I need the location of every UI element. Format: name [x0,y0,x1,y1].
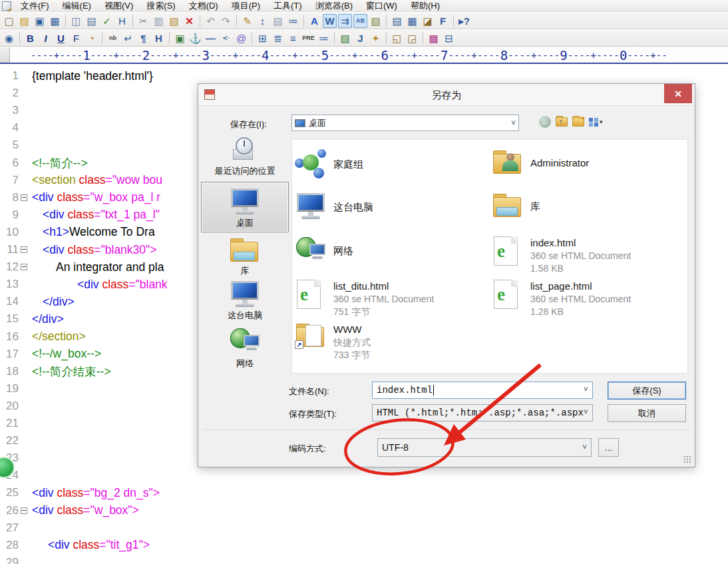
code-line[interactable]: 24 [0,467,728,483]
code-line[interactable]: 26<div class="w_box"> [0,503,728,519]
save-in-combobox[interactable]: 桌面 ˅ [291,115,519,131]
delete-icon[interactable]: ✕ [182,14,196,28]
file-item[interactable]: eindex.html360 se HTML Document1.58 KB [492,236,685,275]
indent-guides-icon[interactable]: ⇉ [338,14,352,28]
code-line[interactable]: 27 [0,520,728,536]
duplicate-icon[interactable]: ▤ [271,14,285,28]
copy-icon[interactable]: ▥ [152,14,166,28]
menu-item[interactable]: 编辑(E) [56,0,98,12]
applet-icon[interactable]: ✦ [369,31,383,45]
list-indent-icon[interactable]: ≔ [286,14,300,28]
panel-list-icon[interactable]: ▤ [390,14,404,28]
font-icon[interactable]: F [69,31,83,45]
chevron-down-icon[interactable]: ˅ [584,408,588,418]
context-help-icon[interactable]: ▸? [457,14,471,28]
heading-icon[interactable]: H [152,31,166,45]
menu-item[interactable]: 窗口(W) [359,0,404,12]
menu-item[interactable]: 帮助(H) [404,0,447,12]
save-button[interactable]: 保存(S) [608,382,686,400]
line-break-icon[interactable]: ↵ [121,31,135,45]
cancel-button[interactable]: 取消 [608,404,686,422]
menu-item[interactable]: 视图(V) [98,0,140,12]
chevron-down-icon[interactable]: ˅ [511,119,516,128]
paste-icon[interactable]: ▧ [167,14,181,28]
save-icon[interactable]: ▣ [33,14,47,28]
fold-marker-icon[interactable] [21,264,27,270]
up-one-level-icon[interactable]: ↑ [556,117,568,127]
fold-marker-icon[interactable] [21,507,27,514]
menu-item[interactable]: 文件(F) [14,0,56,12]
pre-icon[interactable]: PRE [301,31,315,45]
menu-item[interactable]: 文档(D) [182,0,225,12]
file-item[interactable]: 这台电脑 [295,192,488,220]
table-icon[interactable]: ⊞ [256,31,270,45]
tag-icon[interactable]: ≺· [219,31,233,45]
more-options-button[interactable]: ... [598,438,619,457]
date-time-icon[interactable]: ◔ [85,31,98,45]
fold-marker-icon[interactable] [21,194,27,201]
hr-icon[interactable]: — [204,31,218,45]
menu-item[interactable]: 工具(T) [267,0,309,12]
cut-icon[interactable]: ✂ [136,14,150,28]
align-center-icon[interactable]: ≣ [271,31,285,45]
dialog-titlebar[interactable]: 另存为 ✕ [198,84,695,106]
place-item-desktop[interactable]: 桌面 [201,182,289,232]
code-line[interactable]: 29 [0,555,728,564]
html-doc-icon[interactable]: H [115,14,129,28]
colors-icon[interactable]: ▩ [427,31,441,45]
new-folder-icon[interactable]: ✶ [572,117,584,127]
file-item[interactable]: elist_ditu.html360 se HTML Document751 字… [295,279,488,318]
close-icon[interactable]: ✕ [664,84,692,103]
project-pane-icon[interactable]: ◪ [421,14,435,28]
italic-icon[interactable]: I [39,31,53,45]
place-item-recent[interactable]: 最近访问的位置 [201,137,289,176]
filename-input[interactable]: index.html ˅ [372,382,593,399]
word-wrap-icon[interactable]: W [323,14,337,28]
chevron-down-icon[interactable]: ˅ [582,443,587,452]
sort-icon[interactable]: ↕ [256,14,270,28]
fold-marker-icon[interactable] [21,246,27,253]
menu-item[interactable]: 搜索(S) [140,0,182,12]
menu-item[interactable]: 项目(P) [225,0,267,12]
save-all-icon[interactable]: ▦ [48,14,62,28]
file-item[interactable]: Administrator [492,149,685,176]
font-color-icon[interactable]: A [307,14,321,28]
encoding-select[interactable]: UTF-8 ˅ [377,438,592,457]
table-props-icon[interactable]: ⊟ [442,31,456,45]
place-item-network[interactable]: 网络 [201,327,289,368]
frames-icon[interactable]: F [436,14,450,28]
code-line[interactable]: 28<div class="tit_g1"> [0,537,728,553]
resize-grip[interactable] [683,455,691,463]
highlight-icon[interactable]: ✎ [240,14,254,28]
bold-icon[interactable]: B [23,31,37,45]
paragraph-icon[interactable]: ¶ [136,31,150,45]
file-item[interactable]: 网络 [295,236,488,265]
line-numbers-icon[interactable]: AB [353,14,367,28]
align-right-icon[interactable]: ≡ [286,31,300,45]
nbsp-icon[interactable]: nb [106,31,120,45]
panel-tabs-icon[interactable]: ▦ [405,14,419,28]
format-settings-icon[interactable]: ▧ [369,14,383,28]
chevron-down-icon[interactable]: ˅ [584,386,588,395]
new-file-icon[interactable]: ▢ [2,14,16,28]
menu-item[interactable]: 浏览器(B) [309,0,359,12]
frame-split-icon[interactable]: ◲ [405,31,419,45]
undo-icon[interactable]: ↶ [204,14,218,28]
image-icon[interactable]: ▣ [173,31,187,45]
file-list[interactable]: 家庭组这台电脑网络elist_ditu.html360 se HTML Docu… [291,139,688,374]
code-line[interactable]: 25<div class="bg_2 dn_s"> [0,485,728,501]
print-icon[interactable]: ▤ [85,14,98,28]
print-preview-icon[interactable]: ◫ [69,14,83,28]
java-icon[interactable]: J [353,31,367,45]
place-item-library[interactable]: 库 [201,237,289,276]
file-item[interactable]: ↗WWW快捷方式733 字节 [295,322,488,362]
open-file-icon[interactable]: ▨ [17,14,31,28]
place-item-computer[interactable]: 这台电脑 [201,280,289,320]
email-icon[interactable]: @ [234,31,248,45]
spell-check-icon[interactable]: ✓ [100,14,114,28]
view-menu-icon[interactable]: ▾ [589,118,603,127]
code-line[interactable]: 1{template 'header.html'} [0,68,728,84]
file-item[interactable]: elist_page.html360 se HTML Document1.28 … [492,279,685,318]
anchor-icon[interactable]: ⚓ [188,31,202,45]
back-icon[interactable]: ← [539,116,551,128]
